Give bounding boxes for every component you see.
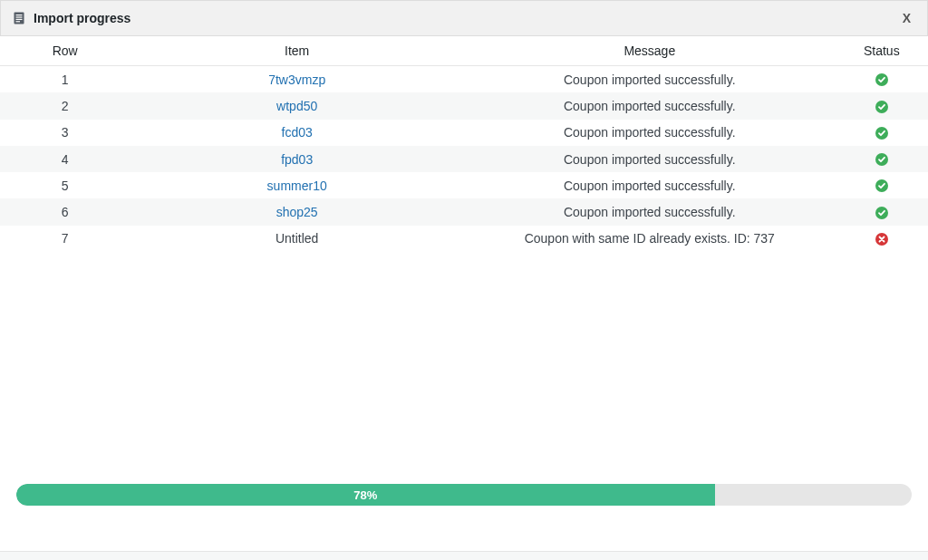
item-link[interactable]: summer10 [267, 179, 327, 193]
dialog-header: Import progress X [0, 0, 928, 36]
col-header-row: Row [0, 36, 130, 66]
table-row: 2wtpd50Coupon imported successfully. [0, 92, 928, 119]
cell-message: Coupon imported successfully. [464, 172, 836, 198]
progress-label: 78% [353, 488, 377, 502]
item-link[interactable]: fpd03 [281, 152, 313, 167]
cell-status [836, 146, 928, 172]
cell-row-number: 3 [0, 120, 130, 146]
progress-bar: 78% [16, 484, 912, 506]
cell-status [836, 66, 928, 93]
cell-row-number: 1 [0, 66, 130, 93]
header-left: Import progress [12, 11, 130, 25]
check-circle-icon [875, 100, 889, 114]
cell-item: summer10 [130, 172, 464, 198]
cell-item: fcd03 [130, 120, 464, 146]
cell-status [836, 226, 928, 252]
check-circle-icon [875, 72, 889, 87]
cell-row-number: 2 [0, 92, 130, 119]
cell-message: Coupon with same ID already exists. ID: … [464, 226, 836, 252]
cell-row-number: 4 [0, 146, 130, 172]
table-row: 4fpd03Coupon imported successfully. [0, 146, 928, 172]
table-row: 7UntitledCoupon with same ID already exi… [0, 226, 928, 252]
cell-item: shop25 [130, 198, 464, 225]
import-table: Row Item Message Status 17tw3vmzpCoupon … [0, 36, 928, 252]
document-icon [12, 11, 26, 25]
col-header-status: Status [836, 36, 928, 66]
cell-row-number: 6 [0, 198, 130, 225]
item-link[interactable]: wtpd50 [276, 99, 317, 113]
svg-rect-0 [14, 13, 24, 24]
cell-message: Coupon imported successfully. [464, 198, 836, 225]
svg-rect-1 [16, 14, 23, 15]
table-row: 6shop25Coupon imported successfully. [0, 198, 928, 225]
cell-row-number: 7 [0, 226, 130, 252]
dialog-title: Import progress [34, 11, 130, 25]
item-link[interactable]: fcd03 [282, 125, 313, 140]
cell-item: fpd03 [130, 146, 464, 172]
cell-status [836, 92, 928, 119]
item-link[interactable]: 7tw3vmzp [268, 72, 325, 87]
table-row: 3fcd03Coupon imported successfully. [0, 120, 928, 146]
cell-message: Coupon imported successfully. [464, 92, 836, 119]
cell-message: Coupon imported successfully. [464, 66, 836, 93]
close-button[interactable]: X [897, 11, 916, 25]
check-circle-icon [875, 206, 889, 220]
col-header-item: Item [130, 36, 464, 66]
progress-fill: 78% [16, 484, 715, 506]
cell-status [836, 172, 928, 198]
check-circle-icon [875, 152, 889, 167]
svg-rect-3 [16, 19, 23, 20]
table-header-row: Row Item Message Status [0, 36, 928, 66]
col-header-message: Message [464, 36, 836, 66]
cell-status [836, 120, 928, 146]
check-circle-icon [875, 179, 889, 193]
cell-item: wtpd50 [130, 92, 464, 119]
table-row: 17tw3vmzpCoupon imported successfully. [0, 66, 928, 93]
cell-item: Untitled [130, 226, 464, 252]
svg-rect-4 [16, 21, 21, 22]
error-circle-icon [875, 232, 889, 246]
table-row: 5summer10Coupon imported successfully. [0, 172, 928, 198]
cell-message: Coupon imported successfully. [464, 120, 836, 146]
cell-message: Coupon imported successfully. [464, 146, 836, 172]
footer-divider [0, 551, 928, 560]
cell-status [836, 198, 928, 225]
cell-item: 7tw3vmzp [130, 66, 464, 93]
check-circle-icon [875, 126, 889, 140]
progress-container: 78% [16, 484, 912, 506]
item-link[interactable]: shop25 [276, 205, 318, 219]
svg-rect-2 [16, 16, 23, 17]
cell-row-number: 5 [0, 172, 130, 198]
